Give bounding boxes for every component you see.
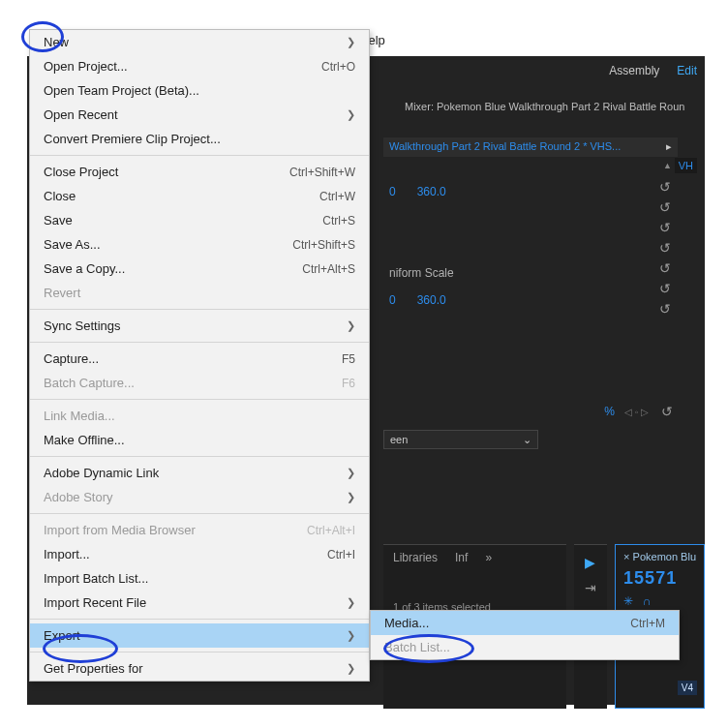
menu-item-batch-capture: Batch Capture...F6 bbox=[30, 371, 369, 395]
prop-value[interactable]: 360.0 bbox=[417, 293, 446, 307]
property-rows: 0360.0 niform Scale 0360.0 bbox=[383, 178, 678, 314]
tab-libraries[interactable]: Libraries bbox=[393, 551, 438, 564]
menu-shortcut: Ctrl+Alt+S bbox=[302, 262, 355, 276]
sequence-title[interactable]: × Pokemon Blu bbox=[623, 551, 696, 562]
reset-icon[interactable]: ↺ bbox=[656, 280, 674, 297]
menu-item-export[interactable]: Export❯ bbox=[30, 623, 369, 648]
menu-item-link-media: Link Media... bbox=[30, 404, 369, 428]
reset-icon[interactable]: ↺ bbox=[656, 178, 674, 196]
menu-item-label: Save bbox=[44, 213, 73, 228]
prop-value[interactable]: 360.0 bbox=[417, 185, 446, 198]
snap-icon[interactable]: ✳ bbox=[623, 594, 633, 608]
panel-tabbar: Libraries Inf » bbox=[383, 545, 566, 570]
prop-value[interactable]: 0 bbox=[389, 293, 396, 307]
menu-item-label: Adobe Story bbox=[44, 490, 113, 504]
menu-separator bbox=[30, 399, 369, 400]
reset-icon[interactable]: ↺ bbox=[658, 403, 676, 420]
menu-item-adobe-dynamic-link[interactable]: Adobe Dynamic Link❯ bbox=[30, 461, 369, 485]
submenu-arrow-icon: ❯ bbox=[347, 319, 355, 332]
tab-edit[interactable]: Edit bbox=[677, 64, 697, 77]
uniform-scale-label: niform Scale bbox=[389, 266, 454, 280]
submenu-arrow-icon: ❯ bbox=[347, 491, 355, 503]
menu-shortcut: Ctrl+Alt+I bbox=[307, 524, 355, 537]
menu-item-label: Media... bbox=[384, 616, 429, 630]
menu-item-label: Batch List... bbox=[384, 640, 450, 654]
submenu-arrow-icon: ❯ bbox=[347, 662, 355, 675]
menu-item-open-project[interactable]: Open Project...Ctrl+O bbox=[30, 54, 369, 78]
menu-shortcut: F6 bbox=[342, 377, 355, 390]
menu-item-import[interactable]: Import...Ctrl+I bbox=[30, 542, 369, 566]
file-menu: New❯Open Project...Ctrl+OOpen Team Proje… bbox=[29, 29, 370, 682]
property-row: 0360.0 bbox=[383, 178, 678, 205]
menu-item-import-from-media-browser: Import from Media BrowserCtrl+Alt+I bbox=[30, 518, 369, 542]
menu-shortcut: Ctrl+Shift+W bbox=[289, 166, 355, 179]
menu-separator bbox=[30, 342, 369, 343]
menu-item-sync-settings[interactable]: Sync Settings❯ bbox=[30, 314, 369, 338]
tab-inf[interactable]: Inf bbox=[455, 551, 468, 564]
menu-item-close-project[interactable]: Close ProjectCtrl+Shift+W bbox=[30, 160, 369, 184]
menu-item-save[interactable]: SaveCtrl+S bbox=[30, 208, 369, 232]
workspace-tabs: Assembly Edit bbox=[609, 64, 697, 77]
overflow-icon[interactable]: » bbox=[485, 551, 492, 564]
menu-item-label: Link Media... bbox=[44, 409, 115, 423]
reset-icon[interactable]: ↺ bbox=[656, 259, 674, 277]
menu-item-revert: Revert bbox=[30, 281, 369, 305]
reset-column: ↺ ↺ ↺ ↺ ↺ ↺ ↺ bbox=[656, 178, 674, 318]
menu-shortcut: Ctrl+I bbox=[327, 548, 355, 561]
selection-tool-icon[interactable]: ▶ bbox=[585, 555, 595, 570]
prop-value[interactable]: 0 bbox=[389, 185, 396, 198]
reset-icon[interactable]: ↺ bbox=[656, 219, 674, 236]
submenu-arrow-icon: ❯ bbox=[347, 629, 355, 642]
menu-item-label: Open Recent bbox=[44, 107, 118, 122]
effect-controls-title: Walkthrough Part 2 Rival Battle Round 2 … bbox=[389, 140, 621, 152]
track-v4-label[interactable]: V4 bbox=[678, 681, 697, 695]
menu-separator bbox=[30, 456, 369, 457]
submenu-item-batch-list: Batch List... bbox=[371, 635, 679, 659]
menu-item-label: Make Offline... bbox=[44, 433, 125, 447]
menu-item-label: Convert Premiere Clip Project... bbox=[44, 132, 221, 146]
menu-item-capture[interactable]: Capture...F5 bbox=[30, 347, 369, 371]
menu-item-label: Adobe Dynamic Link bbox=[44, 466, 159, 480]
menu-item-label: Import Batch List... bbox=[44, 571, 148, 586]
menu-item-save-as[interactable]: Save As...Ctrl+Shift+S bbox=[30, 232, 369, 257]
menu-item-import-batch-list[interactable]: Import Batch List... bbox=[30, 566, 369, 591]
menu-separator bbox=[30, 513, 369, 514]
menu-item-open-team-project-beta[interactable]: Open Team Project (Beta)... bbox=[30, 78, 369, 103]
audio-mixer-label: Mixer: Pokemon Blue Walkthrough Part 2 R… bbox=[405, 101, 684, 112]
chevron-right-icon[interactable]: ▸ bbox=[666, 140, 672, 153]
menu-item-open-recent[interactable]: Open Recent❯ bbox=[30, 103, 369, 127]
timecode[interactable]: 15571 bbox=[623, 568, 696, 589]
reset-icon[interactable]: ↺ bbox=[656, 300, 674, 318]
menu-separator bbox=[30, 619, 369, 620]
submenu-arrow-icon: ❯ bbox=[347, 596, 355, 609]
menu-item-make-offline[interactable]: Make Offline... bbox=[30, 428, 369, 452]
tab-assembly[interactable]: Assembly bbox=[609, 64, 659, 77]
effect-controls-tab[interactable]: Walkthrough Part 2 Rival Battle Round 2 … bbox=[383, 137, 678, 157]
menu-item-label: Get Properties for bbox=[44, 661, 143, 676]
menu-item-get-properties-for[interactable]: Get Properties for❯ bbox=[30, 656, 369, 681]
menu-item-close[interactable]: CloseCtrl+W bbox=[30, 184, 369, 208]
menu-item-save-a-copy[interactable]: Save a Copy...Ctrl+Alt+S bbox=[30, 257, 369, 281]
menu-item-label: Open Team Project (Beta)... bbox=[44, 83, 199, 98]
menu-item-import-recent-file[interactable]: Import Recent File❯ bbox=[30, 591, 369, 615]
vh-badge[interactable]: VH bbox=[675, 158, 697, 173]
magnet-icon[interactable]: ∩ bbox=[643, 594, 652, 608]
property-row: niform Scale bbox=[383, 259, 678, 287]
ripple-tool-icon[interactable]: ⇥ bbox=[585, 580, 596, 595]
keyframe-nav[interactable]: ◁ ◦ ▷ bbox=[624, 407, 649, 417]
menu-item-convert-premiere-clip-project[interactable]: Convert Premiere Clip Project... bbox=[30, 127, 369, 151]
menu-separator bbox=[30, 155, 369, 156]
menu-item-label: Import... bbox=[44, 547, 90, 561]
menu-item-label: Capture... bbox=[44, 351, 99, 366]
menu-item-label: Export bbox=[44, 628, 80, 643]
reset-icon[interactable]: ↺ bbox=[656, 239, 674, 257]
menu-item-label: Close bbox=[44, 189, 76, 203]
collapse-up-icon[interactable]: ▲ bbox=[663, 161, 672, 170]
reset-icon[interactable]: ↺ bbox=[656, 198, 674, 216]
blend-mode-dropdown[interactable]: een ⌄ bbox=[383, 430, 538, 449]
submenu-item-media[interactable]: Media...Ctrl+M bbox=[371, 611, 679, 635]
menu-item-label: Revert bbox=[44, 286, 80, 300]
menu-shortcut: Ctrl+W bbox=[319, 190, 355, 203]
menu-item-new[interactable]: New❯ bbox=[30, 30, 369, 54]
menu-shortcut: F5 bbox=[342, 352, 355, 366]
